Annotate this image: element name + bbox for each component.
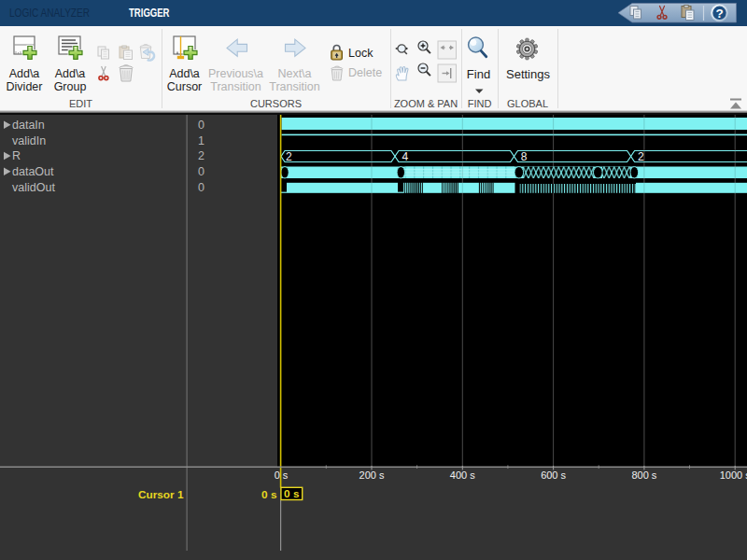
svg-text:Cursor 1: Cursor 1 bbox=[138, 488, 184, 501]
svg-text:1: 1 bbox=[198, 134, 204, 147]
svg-text:Divider: Divider bbox=[7, 80, 43, 93]
svg-text:0: 0 bbox=[198, 119, 204, 132]
svg-text:TRIGGER: TRIGGER bbox=[129, 7, 170, 20]
svg-text:800 s: 800 s bbox=[631, 469, 656, 481]
svg-text:2: 2 bbox=[286, 150, 292, 163]
svg-text:200 s: 200 s bbox=[359, 469, 385, 481]
svg-text:LOGIC ANALYZER: LOGIC ANALYZER bbox=[9, 7, 90, 20]
svg-text:Transition: Transition bbox=[210, 80, 261, 93]
svg-text:Lock: Lock bbox=[348, 47, 374, 60]
svg-text:Group: Group bbox=[54, 80, 87, 93]
svg-text:validIn: validIn bbox=[12, 134, 46, 147]
svg-text:8: 8 bbox=[521, 150, 528, 163]
svg-text:Add\a: Add\a bbox=[9, 67, 40, 80]
svg-text:FIND: FIND bbox=[468, 98, 492, 109]
svg-text:1000 s: 1000 s bbox=[720, 469, 747, 481]
svg-text:CURSORS: CURSORS bbox=[250, 98, 302, 109]
svg-text:GLOBAL: GLOBAL bbox=[507, 98, 548, 109]
svg-text:Transition: Transition bbox=[269, 80, 319, 93]
svg-text:Cursor: Cursor bbox=[167, 80, 203, 93]
svg-text:Delete: Delete bbox=[348, 66, 382, 79]
svg-text:dataOut: dataOut bbox=[12, 165, 54, 178]
svg-text:0: 0 bbox=[198, 181, 204, 194]
svg-text:Find: Find bbox=[467, 67, 490, 81]
svg-text:0 s: 0 s bbox=[275, 469, 289, 481]
svg-text:4: 4 bbox=[402, 150, 409, 163]
svg-text:R: R bbox=[12, 149, 21, 162]
svg-text:600 s: 600 s bbox=[541, 469, 566, 481]
svg-text:Add\a: Add\a bbox=[55, 67, 86, 80]
svg-text:dataIn: dataIn bbox=[12, 119, 45, 132]
svg-text:Previous\a: Previous\a bbox=[208, 67, 263, 80]
svg-text:0: 0 bbox=[198, 165, 204, 178]
svg-text:2: 2 bbox=[198, 149, 204, 162]
svg-text:400 s: 400 s bbox=[450, 469, 475, 481]
svg-text:EDIT: EDIT bbox=[69, 98, 92, 109]
svg-text:ZOOM & PAN: ZOOM & PAN bbox=[394, 98, 458, 109]
svg-text:0 s: 0 s bbox=[261, 488, 277, 501]
svg-text:2: 2 bbox=[638, 150, 644, 163]
svg-text:Add\a: Add\a bbox=[169, 67, 200, 80]
svg-text:Settings: Settings bbox=[506, 67, 550, 81]
svg-text:?: ? bbox=[716, 7, 724, 21]
svg-text:Next\a: Next\a bbox=[277, 67, 311, 80]
svg-text:validOut: validOut bbox=[12, 181, 55, 194]
svg-text:0 s: 0 s bbox=[284, 487, 300, 500]
